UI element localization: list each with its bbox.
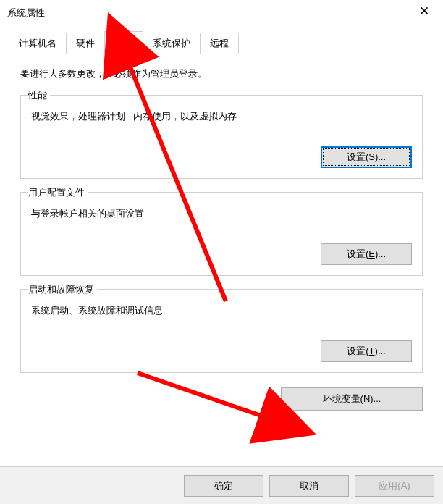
content-area: 要进行大多数更改， 必须作为管理员登录。 性能 视觉效果，处理器计划 内存使用，… [0,54,443,373]
admin-note: 要进行大多数更改， 必须作为管理员登录。 [20,67,423,80]
tab-system-protection[interactable]: 系统保护 [143,33,201,54]
performance-legend: 性能 [28,89,50,102]
cancel-button[interactable]: 取消 [269,475,349,497]
ok-button[interactable]: 确定 [184,475,263,497]
user-profiles-fieldset: 用户配置文件 与登录帐户相关的桌面设置 设置(E)... [20,192,423,276]
titlebar[interactable]: 系统属性 ✕ [0,0,443,26]
env-vars-row: 环境变量(N)... [0,382,443,411]
tab-remote[interactable]: 远程 [200,33,239,54]
startup-settings-button[interactable]: 设置(T)... [321,340,412,362]
tab-bar: 计算机名 硬件 高级 系统保护 远程 [7,32,436,54]
performance-settings-button[interactable]: 设置(S)... [321,146,412,168]
performance-fieldset: 性能 视觉效果，处理器计划 内存使用，以及虚拟内存 设置(S)... [20,95,423,179]
apply-button[interactable]: 应用(A) [355,475,434,497]
close-button[interactable]: ✕ [410,1,439,21]
tab-hardware[interactable]: 硬件 [66,33,105,54]
tab-advanced[interactable]: 高级 [104,31,143,54]
tab-computer-name[interactable]: 计算机名 [9,33,67,54]
dialog-buttons: 确定 取消 应用(A) [0,466,443,504]
user-profiles-settings-button[interactable]: 设置(E)... [321,243,412,265]
performance-desc: 视觉效果，处理器计划 内存使用，以及虚拟内存 [31,110,412,123]
user-profiles-legend: 用户配置文件 [28,186,88,199]
close-icon: ✕ [419,4,429,19]
startup-fieldset: 启动和故障恢复 系统启动、系统故障和调试信息 设置(T)... [20,289,423,373]
environment-variables-button[interactable]: 环境变量(N)... [281,387,423,411]
user-profiles-desc: 与登录帐户相关的桌面设置 [31,207,412,220]
startup-desc: 系统启动、系统故障和调试信息 [31,304,412,317]
window-title: 系统属性 [7,7,45,20]
startup-legend: 启动和故障恢复 [28,283,97,296]
